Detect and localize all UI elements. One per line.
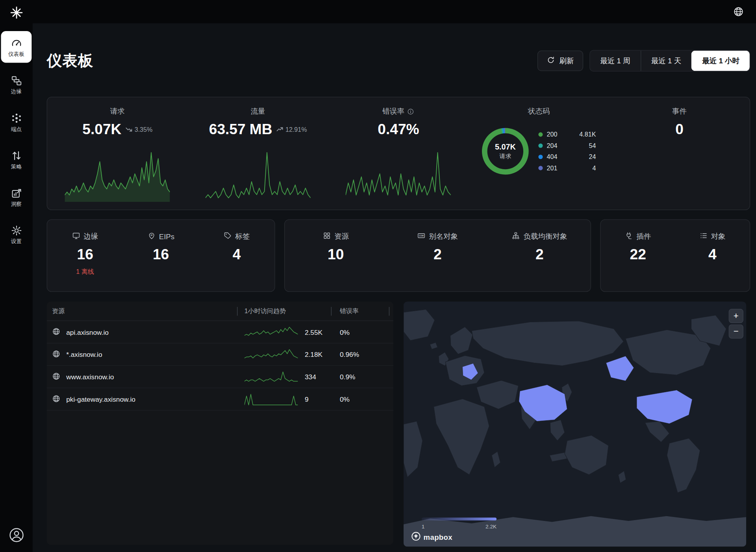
user-avatar[interactable]: [8, 527, 24, 545]
monitor-icon: [72, 231, 80, 241]
stat-traffic-value: 63.57 MB: [209, 121, 272, 138]
main-content: 仪表板 刷新 最近 1 周 最近 1 天 最近 1 小时: [33, 23, 756, 552]
policies-icon: [11, 150, 22, 161]
com-badge-icon: COM: [417, 231, 426, 241]
sidebar-item-dashboard[interactable]: 仪表板: [1, 31, 32, 63]
error-rate-sparkline: [346, 151, 451, 202]
list-icon: [699, 231, 708, 241]
trend-up-icon: [277, 126, 284, 133]
legend-dot: [538, 144, 543, 148]
sidebar-item-label: 端点: [11, 126, 22, 132]
header-controls: 刷新 最近 1 周 最近 1 天 最近 1 小时: [537, 50, 750, 71]
tag-icon: [224, 231, 232, 241]
metric-plugins: 插件 22: [601, 220, 675, 292]
row-sparkline: [245, 326, 298, 338]
globe-icon: [52, 327, 60, 337]
load-balancer-icon: [512, 231, 520, 241]
sidebar-item-label: 边缘: [11, 89, 22, 94]
table-row[interactable]: *.axisnow.io 2.18K 0.96%: [47, 343, 393, 366]
gear-icon: [11, 225, 22, 236]
app-root: 仪表板 边缘 端点: [0, 0, 756, 552]
table-row[interactable]: pki-gateway.axisnow.io 9 0%: [47, 388, 393, 411]
stat-error-rate-label: 错误率: [382, 107, 404, 116]
gauge-icon: [11, 37, 22, 49]
range-last-day[interactable]: 最近 1 天: [641, 51, 691, 71]
stats-card: 请求 5.07K 3.35%: [47, 97, 750, 210]
stat-events: 事件 0: [609, 97, 750, 210]
refresh-button[interactable]: 刷新: [537, 51, 583, 71]
sidebar-item-label: 设置: [11, 238, 22, 244]
edge-nodes-icon: [11, 75, 22, 87]
stat-error-rate-value: 0.47%: [378, 121, 419, 138]
sidebar-item-label: 洞察: [11, 201, 22, 207]
stat-status-codes: 状态码 5.07K 请求: [469, 97, 609, 210]
sidebar-item-policies[interactable]: 策略: [1, 144, 32, 175]
mapbox-attribution[interactable]: mapbox: [411, 532, 452, 542]
plug-icon: [625, 231, 633, 241]
metric-alias-objects: COM 别名对象 2: [387, 220, 489, 292]
legend-max: 2.2K: [485, 523, 497, 529]
mapbox-wordmark: mapbox: [424, 533, 452, 541]
zoom-out-button[interactable]: −: [729, 325, 743, 339]
page-header: 仪表板 刷新 最近 1 周 最近 1 天 最近 1 小时: [47, 51, 750, 71]
sidebar-item-settings[interactable]: 设置: [1, 218, 32, 250]
screenshot-stage: 仪表板 边缘 端点: [0, 0, 756, 552]
stat-error-rate: 错误率 0.47%: [328, 97, 469, 210]
table-row[interactable]: api.axisnow.io 2.55K 0%: [47, 321, 393, 343]
stat-traffic: 流量 63.57 MB 12.91%: [188, 97, 328, 210]
resources-table: 资源 1小时访问趋势 错误率: [47, 302, 393, 545]
legend-min: 1: [422, 523, 425, 529]
metric-tags: 标签 4: [199, 220, 274, 292]
stat-requests-value: 5.07K: [82, 121, 121, 138]
sidebar-nav: 仪表板 边缘 端点: [0, 27, 33, 250]
traffic-sparkline: [206, 151, 311, 202]
table-row[interactable]: www.axisnow.io 334 0.9%: [47, 366, 393, 388]
edges-offline-badge: 1 离线: [76, 268, 94, 276]
sidebar: 仪表板 边缘 端点: [0, 0, 33, 552]
world-map[interactable]: + − 1 2.2K: [404, 302, 746, 547]
metric-objects: 对象 4: [675, 220, 750, 292]
stat-traffic-delta: 12.91%: [277, 126, 307, 133]
stat-events-value: 0: [675, 121, 684, 138]
legend-row-404: 404 24: [538, 153, 596, 161]
sidebar-item-label: 仪表板: [8, 51, 24, 57]
globe-icon: [52, 394, 60, 404]
bottom-row: 资源 1小时访问趋势 错误率: [47, 302, 750, 547]
starburst-logo-icon: [9, 6, 24, 22]
table-header: 资源 1小时访问趋势 错误率: [47, 302, 393, 321]
resources-card: 资源 10 COM 别名对象: [284, 220, 591, 292]
refresh-icon: [547, 56, 555, 66]
stat-status-codes-label: 状态码: [528, 107, 550, 116]
status-codes-legend: 200 4.81K 204 54 404 24: [538, 131, 596, 172]
globe-icon[interactable]: [733, 6, 744, 19]
sidebar-item-edges[interactable]: 边缘: [1, 68, 32, 100]
row-sparkline: [245, 393, 298, 405]
range-last-hour[interactable]: 最近 1 小时: [691, 51, 750, 71]
mapbox-logo-icon: [411, 532, 421, 542]
donut-center-label: 请求: [500, 152, 511, 160]
info-icon[interactable]: [407, 108, 415, 115]
app-logo[interactable]: [0, 0, 33, 27]
globe-icon: [52, 372, 60, 382]
row-sparkline: [245, 348, 298, 361]
stat-requests-delta: 3.35%: [126, 126, 152, 133]
endpoints-icon: [11, 112, 22, 124]
svg-text:COM: COM: [419, 234, 424, 237]
range-last-week[interactable]: 最近 1 周: [590, 51, 640, 71]
svg-text:IP: IP: [150, 234, 153, 236]
status-codes-donut: 5.07K 请求: [482, 128, 529, 175]
sidebar-item-endpoints[interactable]: 端点: [1, 106, 32, 138]
legend-row-201: 201 4: [538, 164, 596, 172]
zoom-in-button[interactable]: +: [729, 309, 743, 323]
plugins-card: 插件 22: [600, 220, 750, 292]
topbar: [33, 0, 756, 23]
grid-icon: [322, 231, 331, 241]
legend-row-200: 200 4.81K: [538, 131, 596, 138]
metric-resources: 资源 10: [285, 220, 387, 292]
world-map-canvas: [404, 302, 746, 547]
col-resource: 资源: [47, 306, 239, 315]
map-zoom-controls: + −: [729, 309, 743, 338]
stat-requests: 请求 5.07K 3.35%: [47, 97, 188, 210]
col-error-rate: 错误率: [331, 306, 393, 315]
sidebar-item-insights[interactable]: 洞察: [1, 181, 32, 212]
